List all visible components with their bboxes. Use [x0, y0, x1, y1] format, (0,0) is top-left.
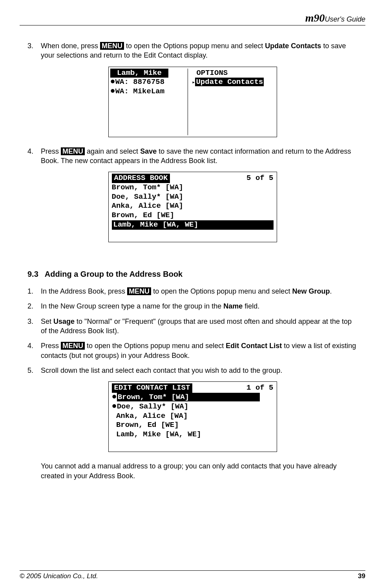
list-item: Brown, Ed [WE]: [112, 211, 274, 220]
page-header: m90User's Guide: [20, 12, 365, 25]
substep-2: 2. In the New Group screen type a name f…: [27, 301, 358, 311]
substep-4: 4. Press MENU to open the Options popup …: [27, 341, 358, 360]
list-item: Brown, Tom* [WA]: [112, 183, 274, 192]
step-text: In the New Group screen type a name for …: [41, 301, 358, 311]
screen-title: EDIT CONTACT LIST: [112, 383, 193, 393]
options-item-selected: ▸Update Contacts: [192, 78, 273, 87]
copyright-text: © 2005 Unication Co., Ltd.: [20, 572, 98, 580]
menu-key-label: MENU: [127, 287, 151, 295]
address-row: ●WA: 8876758: [110, 78, 186, 87]
substep-1: 1. In the Address Book, press MENU to op…: [27, 287, 358, 296]
step-3: 3. When done, press MENU to open the Opt…: [27, 41, 358, 60]
section-heading: 9.3 Adding a Group to the Address Book: [27, 270, 358, 279]
step-number: 4.: [27, 147, 41, 166]
options-header: OPTIONS: [192, 69, 273, 78]
note-paragraph: You cannot add a manual address to a gro…: [41, 461, 358, 481]
list-item: Brown, Ed [WE]: [112, 421, 274, 430]
page-footer: © 2005 Unication Co., Ltd. 39: [20, 570, 365, 580]
screen-title: ADDRESS BOOK: [112, 174, 170, 183]
list-item-selected: ●Brown, Tom* [WA]: [112, 393, 274, 402]
menu-key-label: MENU: [61, 342, 85, 350]
step-number: 5.: [27, 366, 41, 375]
address-row: ●WA: MikeLam: [110, 87, 186, 96]
substep-5: 5. Scroll down the list and select each …: [27, 366, 358, 375]
list-item: ●Doe, Sally* [WA]: [112, 402, 274, 412]
list-item: Anka, Alice [WA]: [112, 201, 274, 211]
header-subtitle: User's Guide: [325, 15, 365, 23]
step-number: 1.: [27, 287, 41, 296]
substep-3: 3. Set Usage to "Normal" or "Frequent" (…: [27, 317, 358, 336]
list-counter: 5 of 5: [246, 174, 273, 183]
product-logo: m90: [305, 12, 325, 24]
step-text: In the Address Book, press MENU to open …: [41, 287, 358, 296]
menu-key-label: MENU: [61, 147, 85, 155]
step-text: Press MENU to open the Options popup men…: [41, 341, 358, 360]
list-item: Lamb, Mike [WA, WE]: [112, 430, 274, 439]
step-text: Scroll down the list and select each con…: [41, 366, 358, 375]
list-item: Doe, Sally* [WA]: [112, 192, 274, 202]
step-text: Set Usage to "Normal" or "Frequent" (gro…: [41, 317, 358, 336]
menu-key-label: MENU: [100, 42, 124, 50]
step-text: When done, press MENU to open the Option…: [41, 41, 358, 60]
step-number: 3.: [27, 41, 41, 60]
step-number: 3.: [27, 317, 41, 336]
list-item-selected: Lamb, Mike [WA, WE]: [112, 220, 274, 230]
device-screen-address-book: ADDRESS BOOK 5 of 5 Brown, Tom* [WA] Doe…: [108, 172, 277, 242]
step-text: Press MENU again and select Save to save…: [41, 147, 358, 166]
screen-right-panel: OPTIONS ▸Update Contacts: [190, 69, 273, 135]
contact-name-header: Lamb, Mike: [110, 69, 169, 78]
device-screen-edit-contact-list: EDIT CONTACT LIST 1 of 5 ●Brown, Tom* [W…: [108, 381, 277, 452]
step-4: 4. Press MENU again and select Save to s…: [27, 147, 358, 166]
list-counter: 1 of 5: [246, 383, 273, 393]
screen-left-panel: Lamb, Mike ●WA: 8876758 ●WA: MikeLam: [110, 69, 188, 135]
device-screen-options: Lamb, Mike ●WA: 8876758 ●WA: MikeLam OPT…: [108, 67, 277, 137]
page-number: 39: [358, 572, 365, 580]
list-item: Anka, Alice [WA]: [112, 412, 274, 421]
step-number: 4.: [27, 341, 41, 360]
step-number: 2.: [27, 301, 41, 311]
